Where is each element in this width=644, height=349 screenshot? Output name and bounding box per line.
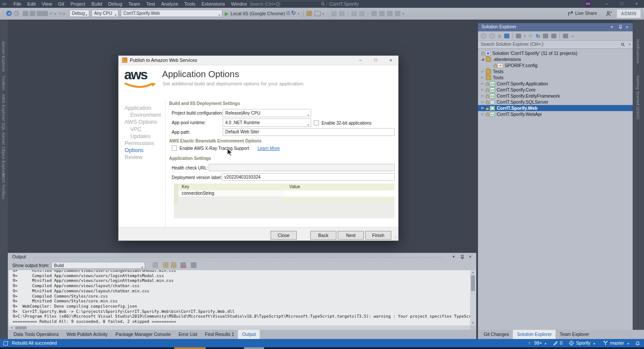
solution-explorer-search-input[interactable]: Search Solution Explorer (Ctrl+;) ▾	[478, 41, 633, 49]
start-debugging-icon[interactable]: ▶	[225, 10, 228, 17]
solution-configuration-dropdown[interactable]: Debug▾	[69, 10, 89, 17]
table-new-row-value-cell[interactable]	[284, 197, 395, 202]
version-input[interactable]: v20220403193324	[222, 173, 395, 181]
caret-up-icon[interactable]: ▴	[545, 339, 546, 347]
dialog-button-back[interactable]: Back	[310, 231, 336, 240]
menu-item-view[interactable]: View	[39, 0, 55, 8]
side-tab-ssis-toolbox[interactable]: SSIS Toolbox	[1, 173, 6, 199]
xray-checkbox[interactable]	[172, 146, 177, 151]
startup-project-dropdown[interactable]: CorrIT.Sporify.Web▾	[121, 10, 222, 17]
menu-item-build[interactable]: Build	[88, 0, 105, 8]
dialog-maximize-button[interactable]: □	[369, 56, 383, 65]
panel-tab-package-manager-console[interactable]: Package Manager Console	[112, 330, 175, 339]
resize-grip[interactable]	[393, 236, 397, 240]
show-all-files-icon[interactable]	[551, 34, 556, 38]
dialog-button-close[interactable]: Close	[271, 231, 297, 240]
quick-search-input[interactable]: Search (Ctrl+Q)	[247, 1, 327, 7]
panel-tab-web-publish-activity[interactable]: Web Publish Activity	[63, 330, 112, 339]
dialog-button-next[interactable]: Next	[338, 231, 364, 240]
tree-item-ebextensions[interactable]: ◢.ebextensions	[478, 56, 633, 62]
app-path-input[interactable]: Default Web Site/	[223, 128, 395, 136]
side-tab-toolbox[interactable]: Toolbox	[1, 75, 6, 91]
scroll-up-icon[interactable]: ▲	[470, 270, 476, 275]
tree-item-corrit-sporify-sqlserver[interactable]: ▷CorrIT.Sporify.SQLServer	[478, 99, 633, 105]
back-icon[interactable]	[481, 33, 486, 39]
toolbar-grip[interactable]	[327, 10, 329, 17]
search-options-icon[interactable]: ▾	[629, 43, 630, 46]
switch-views-icon[interactable]	[504, 34, 509, 38]
home-icon[interactable]: ⌂	[498, 34, 501, 38]
caret-up-icon[interactable]: ▴	[627, 339, 629, 347]
next-message-icon[interactable]	[171, 262, 176, 268]
app-pool-dropdown[interactable]: 4.0 .NET Runtime▾	[223, 119, 311, 127]
attach-process-icon[interactable]	[286, 11, 290, 15]
dialog-nav-options[interactable]: Options	[125, 147, 165, 154]
expander-icon[interactable]: ◢	[481, 58, 486, 61]
panel-tab-error-list[interactable]: Error List	[175, 330, 201, 339]
repository-icon[interactable]	[569, 341, 574, 346]
tree-item-tools[interactable]: ▷Tools	[478, 75, 633, 81]
sync-with-active-document-icon[interactable]: ⟳	[529, 33, 532, 39]
tree-item-corrit-sporify-entityframework[interactable]: ▷C#CorrIT.Sporify.EntityFramework	[478, 93, 633, 99]
tree-item-solution-corrit-sporify-11-of-11-projects[interactable]: Solution 'CorrIT.Sporify' (11 of 11 proj…	[478, 50, 633, 56]
dialog-minimize-button[interactable]: –	[353, 56, 367, 65]
save-icon[interactable]	[42, 11, 48, 16]
account-avatar[interactable]: CC	[585, 0, 591, 7]
undo-icon[interactable]: ↶	[49, 11, 53, 17]
live-share-button[interactable]: Live Share	[575, 10, 597, 16]
window-maximize-button[interactable]: □	[615, 0, 628, 8]
table-cell-key[interactable]: connectionString	[182, 191, 214, 196]
side-tab-getting-started-ssis[interactable]: Getting Started (SSIS)	[636, 75, 641, 119]
tree-item-tests[interactable]: ▷Tests	[478, 68, 633, 75]
branch-icon[interactable]	[603, 341, 608, 346]
dialog-nav-review[interactable]: Review	[125, 154, 165, 161]
menu-item-team[interactable]: Team	[125, 0, 143, 8]
side-tab-notifications[interactable]: Notifications	[636, 39, 641, 64]
toolbar-grip[interactable]	[2, 10, 3, 17]
dialog-nav-updates[interactable]: Updates	[125, 133, 165, 140]
menu-item-project[interactable]: Project	[67, 0, 88, 8]
menu-item-git[interactable]: Git	[55, 0, 67, 8]
side-tab-server-explorer[interactable]: Server Explorer	[1, 41, 6, 72]
tree-item-corrit-sporify-application[interactable]: ▷C#CorrIT.Sporify.Application	[478, 81, 633, 87]
pin-icon[interactable]	[619, 25, 622, 30]
redo-dropdown-icon[interactable]: ▾	[63, 12, 65, 16]
dialog-nav-vpc[interactable]: VPC	[125, 126, 165, 133]
close-icon[interactable]: ×	[624, 24, 630, 30]
close-icon[interactable]: ×	[467, 254, 474, 260]
menu-item-extensions[interactable]: Extensions	[198, 0, 228, 8]
panel-tab-find-results-1[interactable]: Find Results 1	[201, 330, 238, 339]
tree-item-corrit-sporify-web[interactable]: ▷CorrIT.Sporify.Web	[478, 105, 633, 111]
bell-icon[interactable]	[635, 341, 640, 346]
properties-icon[interactable]	[563, 34, 568, 38]
app-settings-table[interactable]: Key Value connectionString	[174, 183, 395, 218]
pin-icon[interactable]	[461, 255, 464, 260]
scrollbar-thumb[interactable]	[471, 275, 475, 291]
side-tab-aws-explorer[interactable]: AWS Explorer	[1, 94, 6, 121]
menu-item-test[interactable]: Test	[143, 0, 158, 8]
refresh-icon[interactable]: ↻	[536, 33, 540, 39]
outgoing-commits-count[interactable]: 99+	[534, 339, 542, 347]
previous-message-icon[interactable]	[163, 262, 169, 268]
learn-more-link[interactable]: Learn More	[258, 146, 280, 151]
unpin-icon[interactable]: –	[571, 34, 574, 38]
build-config-dropdown[interactable]: Release|Any CPU▾	[223, 109, 311, 117]
dialog-title-bar[interactable]: Publish to Amazon Web Services – □ ×	[119, 56, 398, 65]
refresh-icon[interactable]: ↻	[291, 10, 296, 16]
pencil-icon[interactable]	[553, 341, 558, 346]
bookmark-overflow-icon[interactable]: ▾	[403, 12, 404, 16]
expander-icon[interactable]: ▷	[481, 100, 486, 104]
dialog-close-button[interactable]: ×	[384, 56, 398, 65]
menu-item-edit[interactable]: Edit	[24, 0, 39, 8]
dialog-nav-application[interactable]: Application	[125, 105, 165, 112]
panel-splitter[interactable]	[478, 20, 633, 23]
branch-name[interactable]: master	[610, 339, 624, 347]
run-target-dropdown-icon[interactable]: ▾	[281, 12, 283, 16]
dialog-nav-environment[interactable]: Environment	[125, 112, 165, 119]
table-cell-value[interactable]	[284, 190, 395, 197]
health-check-input[interactable]	[209, 164, 395, 171]
scroll-down-icon[interactable]: ▼	[470, 321, 476, 325]
menu-item-analyze[interactable]: Analyze	[158, 0, 181, 8]
toggle-word-wrap-icon[interactable]	[191, 262, 197, 268]
navigate-forward-icon[interactable]: ▸	[14, 10, 19, 16]
